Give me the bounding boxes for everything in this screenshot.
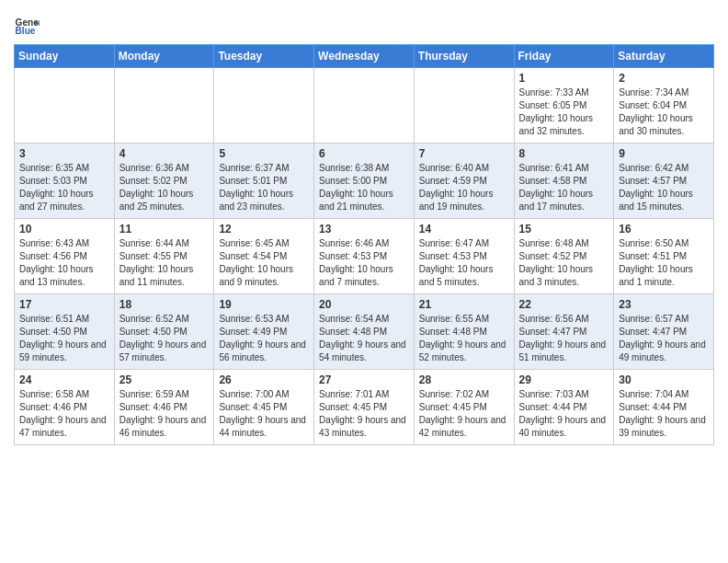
calendar-cell: 15Sunrise: 6:48 AM Sunset: 4:52 PM Dayli… <box>514 219 614 294</box>
header-tuesday: Tuesday <box>214 45 314 68</box>
day-info: Sunrise: 6:45 AM Sunset: 4:54 PM Dayligh… <box>219 237 309 289</box>
day-number: 4 <box>119 147 210 160</box>
calendar-header-row: SundayMondayTuesdayWednesdayThursdayFrid… <box>15 45 714 68</box>
calendar-week-2: 10Sunrise: 6:43 AM Sunset: 4:56 PM Dayli… <box>15 219 714 294</box>
day-info: Sunrise: 6:55 AM Sunset: 4:48 PM Dayligh… <box>419 313 509 364</box>
calendar-cell: 3Sunrise: 6:35 AM Sunset: 5:03 PM Daylig… <box>15 144 115 219</box>
day-info: Sunrise: 6:42 AM Sunset: 4:57 PM Dayligh… <box>619 162 709 213</box>
calendar-week-1: 3Sunrise: 6:35 AM Sunset: 5:03 PM Daylig… <box>15 144 714 219</box>
calendar-cell: 18Sunrise: 6:52 AM Sunset: 4:50 PM Dayli… <box>114 294 214 370</box>
day-number: 20 <box>319 298 409 311</box>
header-monday: Monday <box>114 45 214 68</box>
header-wednesday: Wednesday <box>314 45 415 68</box>
calendar-cell: 14Sunrise: 6:47 AM Sunset: 4:53 PM Dayli… <box>414 219 514 294</box>
day-info: Sunrise: 6:48 AM Sunset: 4:52 PM Dayligh… <box>519 237 609 289</box>
day-info: Sunrise: 6:59 AM Sunset: 4:46 PM Dayligh… <box>119 388 210 440</box>
day-number: 16 <box>619 223 709 236</box>
header-friday: Friday <box>514 45 614 68</box>
day-number: 13 <box>319 223 409 236</box>
day-info: Sunrise: 6:52 AM Sunset: 4:50 PM Dayligh… <box>119 313 210 364</box>
day-number: 9 <box>619 147 709 160</box>
day-info: Sunrise: 6:57 AM Sunset: 4:47 PM Dayligh… <box>619 313 709 364</box>
calendar-week-4: 24Sunrise: 6:58 AM Sunset: 4:46 PM Dayli… <box>15 370 714 445</box>
header-thursday: Thursday <box>414 45 514 68</box>
calendar-cell: 28Sunrise: 7:02 AM Sunset: 4:45 PM Dayli… <box>414 370 514 445</box>
day-info: Sunrise: 6:50 AM Sunset: 4:51 PM Dayligh… <box>619 237 709 289</box>
day-info: Sunrise: 6:51 AM Sunset: 4:50 PM Dayligh… <box>19 313 109 364</box>
day-info: Sunrise: 6:53 AM Sunset: 4:49 PM Dayligh… <box>219 313 309 364</box>
day-info: Sunrise: 6:56 AM Sunset: 4:47 PM Dayligh… <box>519 313 609 364</box>
calendar-cell: 27Sunrise: 7:01 AM Sunset: 4:45 PM Dayli… <box>314 370 415 445</box>
calendar-cell: 25Sunrise: 6:59 AM Sunset: 4:46 PM Dayli… <box>114 370 214 445</box>
day-number: 17 <box>19 298 109 311</box>
day-info: Sunrise: 7:01 AM Sunset: 4:45 PM Dayligh… <box>319 388 409 440</box>
header-saturday: Saturday <box>614 45 714 68</box>
calendar-table: SundayMondayTuesdayWednesdayThursdayFrid… <box>14 44 714 445</box>
calendar-cell: 19Sunrise: 6:53 AM Sunset: 4:49 PM Dayli… <box>214 294 314 370</box>
day-number: 18 <box>119 298 210 311</box>
calendar-cell: 24Sunrise: 6:58 AM Sunset: 4:46 PM Dayli… <box>15 370 115 445</box>
day-number: 30 <box>619 373 709 386</box>
calendar-cell: 9Sunrise: 6:42 AM Sunset: 4:57 PM Daylig… <box>614 144 714 219</box>
calendar-cell: 1Sunrise: 7:33 AM Sunset: 6:05 PM Daylig… <box>514 68 614 144</box>
calendar-cell: 5Sunrise: 6:37 AM Sunset: 5:01 PM Daylig… <box>214 144 314 219</box>
logo: General Blue <box>14 9 43 39</box>
day-info: Sunrise: 6:47 AM Sunset: 4:53 PM Dayligh… <box>419 237 509 289</box>
day-number: 29 <box>519 373 609 386</box>
day-number: 6 <box>319 147 409 160</box>
day-number: 22 <box>519 298 609 311</box>
day-number: 1 <box>519 72 609 85</box>
calendar-cell: 21Sunrise: 6:55 AM Sunset: 4:48 PM Dayli… <box>414 294 514 370</box>
calendar-cell: 29Sunrise: 7:03 AM Sunset: 4:44 PM Dayli… <box>514 370 614 445</box>
day-number: 8 <box>519 147 609 160</box>
calendar-cell: 2Sunrise: 7:34 AM Sunset: 6:04 PM Daylig… <box>614 68 714 144</box>
day-info: Sunrise: 6:58 AM Sunset: 4:46 PM Dayligh… <box>19 388 109 440</box>
calendar-cell: 16Sunrise: 6:50 AM Sunset: 4:51 PM Dayli… <box>614 219 714 294</box>
calendar-cell: 4Sunrise: 6:36 AM Sunset: 5:02 PM Daylig… <box>114 144 214 219</box>
day-number: 24 <box>19 373 109 386</box>
calendar-cell <box>15 68 115 144</box>
day-info: Sunrise: 7:02 AM Sunset: 4:45 PM Dayligh… <box>419 388 509 440</box>
day-number: 27 <box>319 373 409 386</box>
day-number: 10 <box>19 223 109 236</box>
calendar-cell <box>214 68 314 144</box>
day-number: 23 <box>619 298 709 311</box>
calendar-cell <box>314 68 415 144</box>
day-info: Sunrise: 6:35 AM Sunset: 5:03 PM Dayligh… <box>19 162 109 213</box>
calendar-cell: 17Sunrise: 6:51 AM Sunset: 4:50 PM Dayli… <box>15 294 115 370</box>
day-number: 7 <box>419 147 509 160</box>
day-number: 21 <box>419 298 509 311</box>
calendar-cell <box>414 68 514 144</box>
day-info: Sunrise: 7:34 AM Sunset: 6:04 PM Dayligh… <box>619 86 709 138</box>
day-number: 11 <box>119 223 210 236</box>
day-info: Sunrise: 7:00 AM Sunset: 4:45 PM Dayligh… <box>219 388 309 440</box>
day-number: 2 <box>619 72 709 85</box>
calendar-cell: 10Sunrise: 6:43 AM Sunset: 4:56 PM Dayli… <box>15 219 115 294</box>
calendar-cell <box>114 68 214 144</box>
header-sunday: Sunday <box>15 45 115 68</box>
calendar-cell: 8Sunrise: 6:41 AM Sunset: 4:58 PM Daylig… <box>514 144 614 219</box>
day-info: Sunrise: 6:43 AM Sunset: 4:56 PM Dayligh… <box>19 237 109 289</box>
calendar-cell: 30Sunrise: 7:04 AM Sunset: 4:44 PM Dayli… <box>614 370 714 445</box>
day-number: 15 <box>519 223 609 236</box>
day-info: Sunrise: 7:33 AM Sunset: 6:05 PM Dayligh… <box>519 86 609 138</box>
calendar-week-3: 17Sunrise: 6:51 AM Sunset: 4:50 PM Dayli… <box>15 294 714 370</box>
day-info: Sunrise: 6:36 AM Sunset: 5:02 PM Dayligh… <box>119 162 210 213</box>
day-number: 12 <box>219 223 309 236</box>
calendar-week-0: 1Sunrise: 7:33 AM Sunset: 6:05 PM Daylig… <box>15 68 714 144</box>
calendar-cell: 7Sunrise: 6:40 AM Sunset: 4:59 PM Daylig… <box>414 144 514 219</box>
day-info: Sunrise: 6:37 AM Sunset: 5:01 PM Dayligh… <box>219 162 309 213</box>
day-number: 5 <box>219 147 309 160</box>
day-info: Sunrise: 7:03 AM Sunset: 4:44 PM Dayligh… <box>519 388 609 440</box>
calendar-cell: 12Sunrise: 6:45 AM Sunset: 4:54 PM Dayli… <box>214 219 314 294</box>
calendar-cell: 13Sunrise: 6:46 AM Sunset: 4:53 PM Dayli… <box>314 219 415 294</box>
calendar-cell: 26Sunrise: 7:00 AM Sunset: 4:45 PM Dayli… <box>214 370 314 445</box>
day-number: 14 <box>419 223 509 236</box>
day-info: Sunrise: 6:54 AM Sunset: 4:48 PM Dayligh… <box>319 313 409 364</box>
day-info: Sunrise: 6:44 AM Sunset: 4:55 PM Dayligh… <box>119 237 210 289</box>
svg-text:Blue: Blue <box>16 26 36 36</box>
day-info: Sunrise: 6:38 AM Sunset: 5:00 PM Dayligh… <box>319 162 409 213</box>
day-number: 25 <box>119 373 210 386</box>
day-number: 3 <box>19 147 109 160</box>
day-number: 28 <box>419 373 509 386</box>
